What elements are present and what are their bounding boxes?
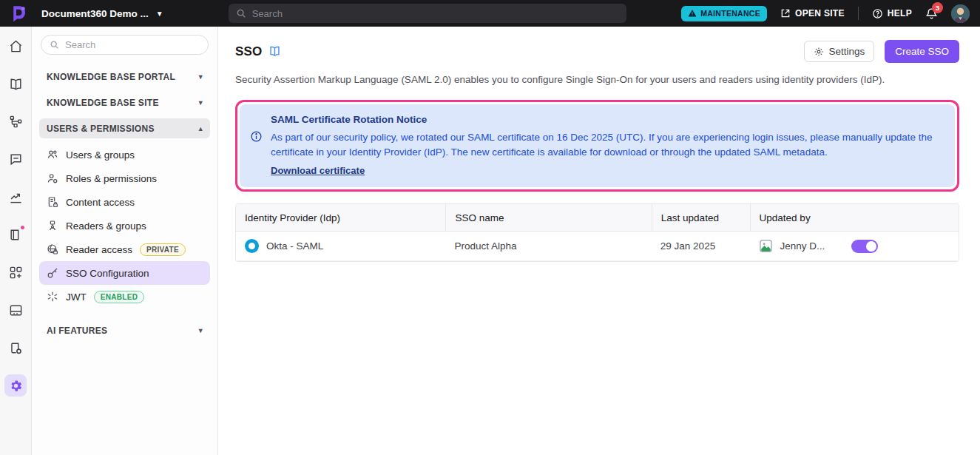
sidebar-item-readers-groups[interactable]: Readers & groups [39,214,210,237]
page-description: Security Assertion Markup Language (SAML… [235,74,959,85]
content-lock-icon [47,196,58,208]
section-label: KNOWLEDGE BASE SITE [47,98,159,108]
maintenance-badge[interactable]: MAINTENANCE [681,6,767,21]
users-permissions-items: Users & groups Roles & permissions Conte… [32,138,217,311]
sidebar-item-label: SSO Configuration [66,268,149,279]
global-search-input[interactable] [252,8,619,19]
notification-count-badge: 3 [932,2,943,13]
gear-icon [814,47,824,57]
notice-title: SAML Certificate Rotation Notice [271,114,940,125]
settings-label: Settings [828,46,865,57]
maintenance-label: MAINTENANCE [700,9,760,18]
sidebar-item-label: JWT [66,291,87,303]
sso-table: Identity Provider (Idp) SSO name Last up… [235,203,959,262]
project-switcher[interactable]: Document360 Demo ... ▼ [41,8,163,19]
create-sso-button[interactable]: Create SSO [885,40,959,63]
topbar-divider [858,7,859,20]
user-avatar[interactable] [951,4,970,23]
section-label: KNOWLEDGE BASE PORTAL [47,72,175,82]
enabled-badge: ENABLED [94,291,144,303]
analytics-chart-icon[interactable] [4,186,27,208]
key-icon [47,267,58,279]
search-icon [50,40,59,50]
sidebar-item-sso-configuration[interactable]: SSO Configuration [39,261,210,285]
sidebar-item-reader-access[interactable]: Reader access PRIVATE [39,237,210,261]
project-name: Document360 Demo ... [41,8,149,19]
sso-table-header: Identity Provider (Idp) SSO name Last up… [236,204,959,232]
documentation-book-icon[interactable] [4,73,27,95]
help-button[interactable]: HELP [872,8,912,19]
sidebar-item-label: Roles & permissions [66,173,157,184]
section-label: AI FEATURES [47,326,107,336]
topbar: Document360 Demo ... ▼ MAINTENANCE OPEN … [0,0,980,27]
download-certificate-link[interactable]: Download certificate [271,165,365,176]
toggle-knob [866,241,876,252]
settings-sidebar: KNOWLEDGE BASE PORTAL ▼ KNOWLEDGE BASE S… [32,27,218,455]
chevron-down-icon: ▼ [156,10,163,18]
eddy-ai-book-icon[interactable] [4,223,27,246]
sidebar-item-content-access[interactable]: Content access [39,190,210,214]
chevron-up-icon: ▲ [197,125,204,132]
info-circle-icon [250,114,263,177]
okta-logo-icon [245,239,259,253]
jwt-icon [47,291,58,303]
sidebar-item-roles-permissions[interactable]: Roles & permissions [39,166,210,190]
section-label: USERS & PERMISSIONS [47,124,155,134]
section-knowledge-base-portal[interactable]: KNOWLEDGE BASE PORTAL ▼ [39,67,210,87]
table-row[interactable]: Okta - SAML Product Alpha 29 Jan 2025 Je… [236,232,959,261]
global-search[interactable] [229,4,626,23]
sidebar-search[interactable] [41,35,209,55]
sidebar-item-label: Readers & groups [66,220,146,232]
column-header-idp: Identity Provider (Idp) [236,204,445,231]
page-title: SSO [235,44,263,59]
notice-highlight-ring: SAML Certificate Rotation Notice As part… [235,100,959,192]
reader-group-icon [47,220,58,232]
section-users-permissions[interactable]: USERS & PERMISSIONS ▲ [39,118,210,138]
knowledge-base-settings-icon[interactable] [4,337,27,359]
sso-enabled-toggle[interactable] [851,240,878,253]
sidebar-item-label: Content access [66,197,135,208]
section-ai-features[interactable]: AI FEATURES ▼ [39,320,210,340]
notification-dot [21,226,24,229]
users-icon [47,149,58,161]
feedback-comment-icon[interactable] [4,148,27,170]
updated-by-avatar [759,239,773,253]
chevron-down-icon: ▼ [197,327,204,334]
idp-name: Okta - SAML [266,240,323,252]
icon-rail [0,27,32,455]
search-icon [236,8,246,18]
open-site-label: OPEN SITE [795,8,845,18]
categories-tree-icon[interactable] [4,110,27,132]
column-header-last-updated: Last updated [652,204,750,231]
settings-gear-icon[interactable] [4,374,27,397]
updated-by-name: Jenny D... [780,240,825,252]
private-badge: PRIVATE [140,243,186,256]
sidebar-item-users-groups[interactable]: Users & groups [39,143,210,166]
sidebar-item-jwt[interactable]: JWT ENABLED [39,285,210,309]
warning-triangle-icon [688,9,697,18]
sidebar-item-label: Users & groups [66,149,135,161]
sso-name: Product Alpha [454,240,516,252]
help-label: HELP [888,8,912,18]
main-content: SSO Settings Create SSO Security Asserti… [218,27,980,455]
home-icon[interactable] [4,35,27,57]
chevron-down-icon: ▼ [197,73,204,81]
last-updated: 29 Jan 2025 [660,240,715,252]
chevron-down-icon: ▼ [197,99,204,107]
question-circle-icon [872,8,883,19]
settings-button[interactable]: Settings [804,41,874,62]
notifications-button[interactable]: 3 [925,7,938,20]
column-header-sso-name: SSO name [445,204,651,231]
notice-body: As part of our security policy, we rotat… [271,130,940,160]
section-knowledge-base-site[interactable]: KNOWLEDGE BASE SITE ▼ [39,92,210,112]
sidebar-item-label: Reader access [66,244,132,255]
docs-book-icon[interactable] [268,46,281,57]
document360-logo-icon[interactable] [9,4,28,23]
site-builder-icon[interactable] [4,299,27,321]
sidebar-search-input[interactable] [65,39,200,50]
saml-rotation-notice: SAML Certificate Rotation Notice As part… [240,104,955,187]
column-header-updated-by: Updated by [750,204,959,231]
open-site-button[interactable]: OPEN SITE [780,8,845,18]
widgets-grid-icon[interactable] [4,261,27,283]
external-link-icon [780,8,791,18]
